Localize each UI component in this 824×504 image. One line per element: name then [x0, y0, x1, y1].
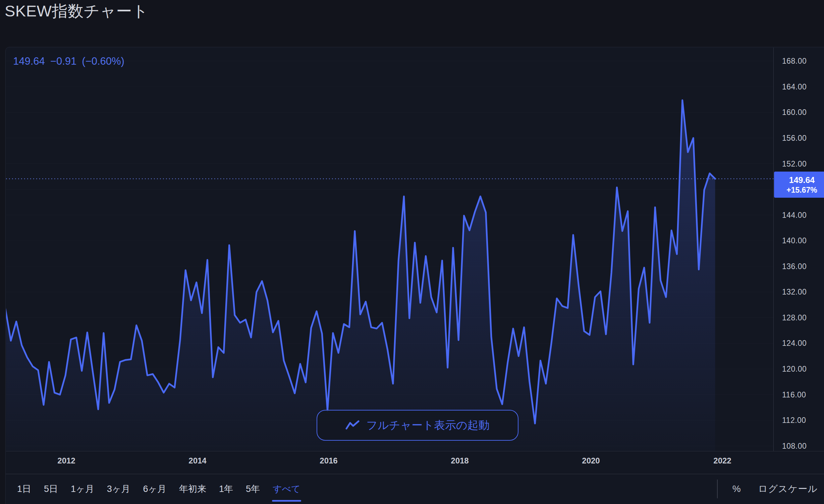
range-tab-label: 1年 — [219, 484, 233, 494]
range-tab-label: 年初来 — [179, 484, 206, 494]
line-chart-icon — [345, 420, 360, 430]
y-axis-label: 112.00 — [782, 416, 806, 425]
range-tab-6[interactable]: 年初来 — [179, 481, 206, 497]
x-axis-label: 2016 — [320, 456, 337, 465]
x-axis-label: 2018 — [451, 456, 469, 465]
launch-button-label: フルチャート表示の起動 — [366, 418, 490, 433]
scale-divider — [717, 480, 718, 498]
y-axis-label: 116.00 — [782, 390, 806, 399]
y-axis-label: 132.00 — [782, 288, 807, 297]
range-tab-label: 5日 — [44, 484, 58, 494]
y-axis-label: 140.00 — [782, 236, 807, 245]
price-line-chart[interactable] — [6, 48, 773, 451]
y-axis-label: 120.00 — [782, 365, 807, 374]
area-fill — [6, 100, 715, 451]
range-tabs: 1日5日1ヶ月3ヶ月6ヶ月年初来1年5年すべて — [17, 474, 300, 504]
y-axis-label: 136.00 — [782, 262, 807, 271]
range-tab-9[interactable]: すべて — [273, 481, 300, 497]
range-tab-label: 5年 — [246, 484, 260, 494]
percent-scale-toggle[interactable]: % — [732, 484, 741, 494]
chart-plot-area[interactable] — [6, 48, 773, 451]
range-tab-7[interactable]: 1年 — [219, 481, 233, 497]
range-tab-label: 1日 — [17, 484, 31, 494]
y-axis[interactable]: 149.64 +15.67% 168.00164.00160.00156.001… — [773, 48, 824, 451]
x-axis-label: 2022 — [713, 456, 731, 465]
y-axis-label: 160.00 — [782, 108, 807, 117]
last-price-badge: 149.64 +15.67% — [774, 172, 824, 198]
y-axis-label: 108.00 — [782, 441, 807, 450]
skew-index-chart-page: SKEW指数チャート 149.64 −0.91 (−0.60%) 149.64 … — [0, 0, 824, 504]
range-tab-label: すべて — [273, 484, 300, 494]
bottom-toolbar: 1日5日1ヶ月3ヶ月6ヶ月年初来1年5年すべて % ログスケール — [6, 474, 824, 504]
range-tab-8[interactable]: 5年 — [246, 481, 260, 497]
y-axis-label: 124.00 — [782, 339, 807, 348]
x-axis[interactable]: 201220142016201820202022 — [6, 451, 773, 474]
range-tab-2[interactable]: 5日 — [44, 481, 58, 497]
badge-value: 149.64 — [774, 175, 824, 185]
badge-total-change: +15.67% — [774, 185, 824, 195]
y-axis-label: 156.00 — [782, 133, 807, 142]
page-title: SKEW指数チャート — [5, 1, 149, 22]
range-tab-5[interactable]: 6ヶ月 — [143, 481, 166, 497]
y-axis-label: 168.00 — [782, 57, 807, 66]
y-axis-label: 164.00 — [782, 82, 807, 91]
y-axis-label: 152.00 — [782, 159, 807, 168]
x-axis-label: 2014 — [188, 456, 206, 465]
x-axis-label: 2012 — [57, 456, 75, 465]
range-tab-label: 6ヶ月 — [143, 484, 166, 494]
range-tab-3[interactable]: 1ヶ月 — [71, 481, 94, 497]
range-tab-label: 3ヶ月 — [107, 484, 130, 494]
log-scale-toggle[interactable]: ログスケール — [758, 483, 818, 495]
chart-panel: 149.64 −0.91 (−0.60%) 149.64 +15.67% 168… — [5, 47, 824, 504]
y-axis-label: 144.00 — [782, 210, 807, 219]
range-tab-4[interactable]: 3ヶ月 — [107, 481, 130, 497]
range-tab-label: 1ヶ月 — [71, 484, 94, 494]
y-axis-label: 128.00 — [782, 313, 807, 322]
x-axis-label: 2020 — [582, 456, 600, 465]
active-tab-underline — [272, 500, 301, 502]
scale-controls: % ログスケール — [717, 474, 818, 504]
launch-full-chart-button[interactable]: フルチャート表示の起動 — [317, 410, 518, 441]
range-tab-1[interactable]: 1日 — [17, 481, 31, 497]
